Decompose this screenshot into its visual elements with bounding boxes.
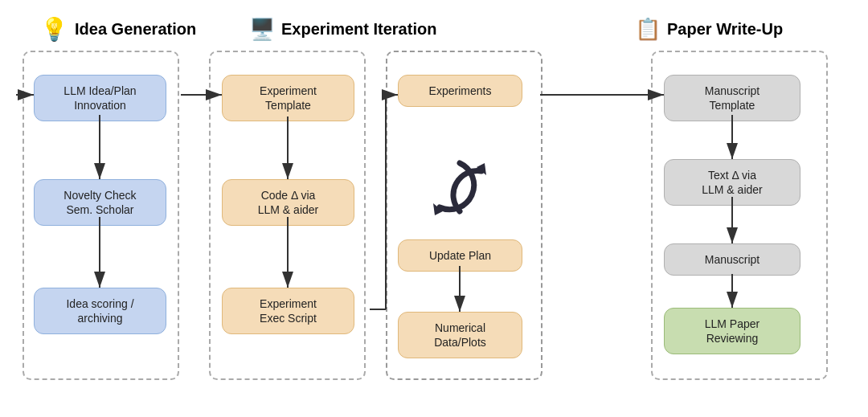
- paper-icon: 📋: [635, 17, 661, 42]
- node-experiments: Experiments: [398, 75, 522, 107]
- gpu-icon: 🖥️: [249, 17, 275, 42]
- node-llm-idea: LLM Idea/Plan Innovation: [34, 75, 166, 121]
- node-idea-scoring: Idea scoring / archiving: [34, 288, 166, 334]
- node-code-delta: Code Δ via LLM & aider: [222, 179, 354, 226]
- node-manuscript-template: Manuscript Template: [664, 75, 800, 121]
- diagram-container: 💡 Idea Generation 🖥️ Experiment Iteratio…: [0, 0, 868, 417]
- node-experiment-template: Experiment Template: [222, 75, 354, 121]
- header-idea-generation: 💡 Idea Generation: [40, 16, 233, 43]
- idea-generation-title: Idea Generation: [75, 20, 196, 39]
- node-llm-reviewing: LLM Paper Reviewing: [664, 308, 800, 354]
- lightbulb-icon: 💡: [40, 16, 68, 43]
- header-experiment-iteration: 🖥️ Experiment Iteration: [249, 17, 442, 42]
- node-experiment-exec: Experiment Exec Script: [222, 288, 354, 334]
- node-manuscript: Manuscript: [664, 243, 800, 276]
- paper-writeup-title: Paper Write-Up: [667, 20, 783, 39]
- header-paper-writeup: 📋 Paper Write-Up: [635, 17, 828, 42]
- node-numerical-data: Numerical Data/Plots: [398, 312, 522, 358]
- node-novelty-check: Novelty Check Sem. Scholar: [34, 179, 166, 226]
- cycle-arrows-icon: [411, 147, 508, 227]
- experiment-iteration-title: Experiment Iteration: [281, 20, 436, 39]
- node-update-plan: Update Plan: [398, 239, 522, 272]
- node-text-delta: Text Δ via LLM & aider: [664, 159, 800, 206]
